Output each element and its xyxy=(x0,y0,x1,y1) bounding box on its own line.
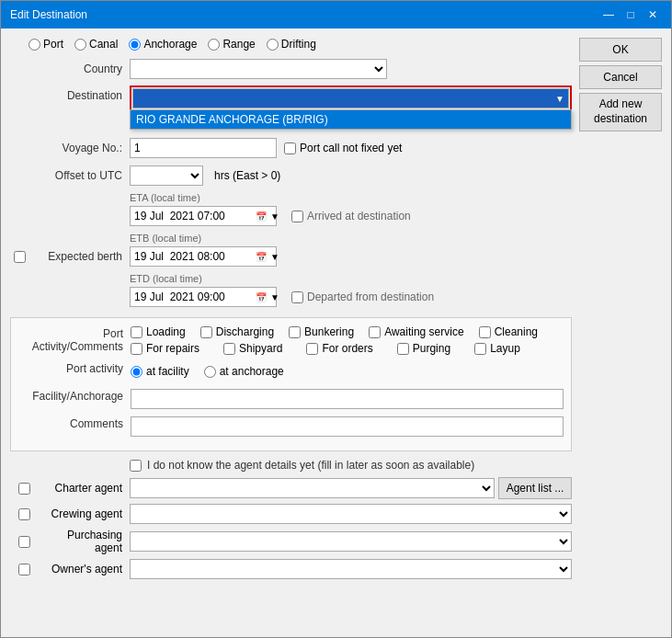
crewing-checkbox-wrapper xyxy=(10,508,38,520)
etb-calendar-btn[interactable]: 📅 xyxy=(254,252,268,262)
facility-input[interactable] xyxy=(131,389,564,409)
checkboxes-row2: For repairs Shipyard For orders xyxy=(131,342,564,355)
eta-input[interactable] xyxy=(134,210,254,222)
at-facility-label: at facility xyxy=(146,365,189,378)
cb-discharging-input[interactable] xyxy=(200,326,212,338)
radio-anchorage-input[interactable] xyxy=(129,39,141,51)
owners-agent-select[interactable] xyxy=(130,559,572,579)
voyage-input[interactable] xyxy=(130,138,277,158)
cancel-button[interactable]: Cancel xyxy=(579,65,662,89)
cb-awaiting[interactable]: Awaiting service xyxy=(369,325,463,338)
radio-canal-input[interactable] xyxy=(74,39,86,51)
etd-calendar-btn[interactable]: 📅 xyxy=(254,292,268,302)
know-checkbox[interactable] xyxy=(130,460,142,472)
radio-canal-label: Canal xyxy=(89,38,118,51)
port-call-not-fixed-label[interactable]: Port call not fixed yet xyxy=(284,142,402,154)
expected-berth-checkbox[interactable] xyxy=(14,251,26,263)
radio-port-label: Port xyxy=(43,38,63,51)
offset-select[interactable] xyxy=(130,165,203,186)
add-new-button[interactable]: Add new destination xyxy=(579,93,662,131)
cb-cleaning-input[interactable] xyxy=(479,326,491,338)
cb-repairs[interactable]: For repairs xyxy=(131,342,199,355)
radio-at-anchorage[interactable]: at anchorage xyxy=(204,365,284,378)
destination-label: Destination xyxy=(10,85,130,102)
comments-control xyxy=(131,416,564,437)
radio-range-input[interactable] xyxy=(208,39,220,51)
arrived-checkbox[interactable] xyxy=(291,211,303,222)
radio-canal[interactable]: Canal xyxy=(74,38,118,51)
purchasing-agent-checkbox[interactable] xyxy=(18,536,30,548)
cb-repairs-label: For repairs xyxy=(146,342,199,355)
cb-awaiting-input[interactable] xyxy=(369,326,381,338)
radio-at-facility-input[interactable] xyxy=(131,366,142,378)
port-call-not-fixed-checkbox[interactable] xyxy=(284,142,296,154)
radio-port-input[interactable] xyxy=(28,39,40,51)
purchasing-agent-label: Purchasing agent xyxy=(38,529,130,554)
cb-cleaning[interactable]: Cleaning xyxy=(479,325,538,338)
departed-label[interactable]: Departed from destination xyxy=(291,291,434,303)
country-select[interactable] xyxy=(130,59,387,79)
charter-agent-row: Charter agent Agent list ... xyxy=(10,477,572,499)
cb-shipyard[interactable]: Shipyard xyxy=(223,342,282,355)
cb-orders[interactable]: For orders xyxy=(306,342,372,355)
port-activity-header: Port Activity/Comments Loading Dischargi… xyxy=(18,325,564,355)
etb-input-wrapper: 📅 ▼ xyxy=(130,246,277,267)
cb-layup[interactable]: Layup xyxy=(474,342,520,355)
cb-layup-input[interactable] xyxy=(474,343,486,355)
etb-label: ETB (local time) xyxy=(130,233,572,244)
checkboxes-row1: Loading Discharging Bunkering xyxy=(131,325,564,338)
cb-purging[interactable]: Purging xyxy=(397,342,450,355)
close-button[interactable]: ✕ xyxy=(644,6,662,23)
radio-port[interactable]: Port xyxy=(28,38,63,51)
cb-shipyard-input[interactable] xyxy=(223,343,235,355)
comments-row: Comments xyxy=(18,416,564,438)
purchasing-checkbox-wrapper xyxy=(10,536,38,548)
cb-repairs-input[interactable] xyxy=(131,343,142,355)
owners-agent-checkbox[interactable] xyxy=(18,564,30,575)
etb-input[interactable] xyxy=(134,250,254,263)
port-call-not-fixed-text: Port call not fixed yet xyxy=(300,142,402,154)
know-label: I do not know the agent details yet (fil… xyxy=(147,459,474,472)
arrived-label[interactable]: Arrived at destination xyxy=(291,210,411,222)
destination-wrapper: ▼ RIO GRANDE ANCHORAGE (BR/RIG) xyxy=(130,85,572,111)
cb-bunkering[interactable]: Bunkering xyxy=(289,325,354,338)
charter-checkbox-wrapper xyxy=(10,483,38,495)
eta-section: ETA (local time) 📅 ▼ Arrived at destinat… xyxy=(10,192,572,227)
etb-spin-btn[interactable]: ▼ xyxy=(268,252,281,262)
destination-input[interactable] xyxy=(137,92,555,105)
radio-range[interactable]: Range xyxy=(208,38,255,51)
cb-shipyard-label: Shipyard xyxy=(239,342,282,355)
ok-button[interactable]: OK xyxy=(579,38,662,62)
radio-drifting[interactable]: Drifting xyxy=(267,38,316,51)
etd-input-wrapper: 📅 ▼ xyxy=(130,287,277,307)
departed-checkbox[interactable] xyxy=(291,291,303,303)
radio-at-facility[interactable]: at facility xyxy=(131,365,189,378)
voyage-label: Voyage No.: xyxy=(10,142,130,154)
eta-spin-btn[interactable]: ▼ xyxy=(268,211,281,222)
etd-input[interactable] xyxy=(134,291,254,303)
comments-input[interactable] xyxy=(131,416,564,437)
radio-drifting-input[interactable] xyxy=(267,39,279,51)
maximize-button[interactable]: □ xyxy=(621,6,640,23)
cb-loading-input[interactable] xyxy=(131,326,142,338)
agent-list-button[interactable]: Agent list ... xyxy=(498,477,572,499)
radio-at-anchorage-input[interactable] xyxy=(204,366,216,378)
purchasing-agent-select[interactable] xyxy=(130,531,572,552)
crewing-agent-checkbox[interactable] xyxy=(18,508,30,520)
cb-discharging[interactable]: Discharging xyxy=(200,325,274,338)
cb-loading[interactable]: Loading xyxy=(131,325,186,338)
charter-agent-select[interactable] xyxy=(130,478,495,498)
radio-anchorage[interactable]: Anchorage xyxy=(129,38,197,51)
etd-spin-btn[interactable]: ▼ xyxy=(268,292,281,302)
destination-dropdown-item[interactable]: RIO GRANDE ANCHORAGE (BR/RIG) xyxy=(131,110,571,129)
facility-label: Facility/Anchorage xyxy=(18,388,131,403)
cb-bunkering-input[interactable] xyxy=(289,326,301,338)
cb-purging-input[interactable] xyxy=(397,343,409,355)
cb-orders-input[interactable] xyxy=(306,343,318,355)
cb-discharging-label: Discharging xyxy=(216,325,274,338)
eta-calendar-btn[interactable]: 📅 xyxy=(254,211,268,222)
charter-agent-checkbox[interactable] xyxy=(18,483,30,495)
minimize-button[interactable]: — xyxy=(599,6,618,23)
crewing-agent-select[interactable] xyxy=(130,504,572,524)
etd-row: 📅 ▼ Departed from destination xyxy=(10,286,572,308)
